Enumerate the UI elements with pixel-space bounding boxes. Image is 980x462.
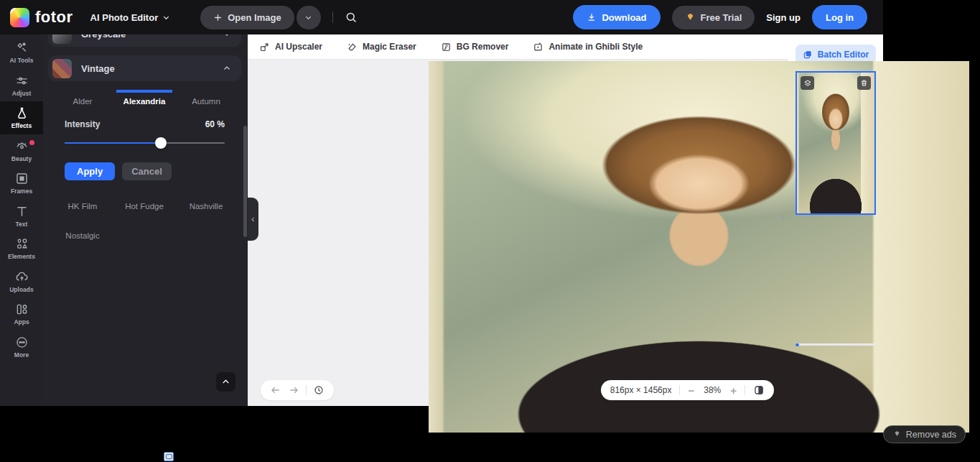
vintage-thumbnail — [52, 59, 72, 78]
zoom-in-button[interactable]: + — [730, 384, 737, 397]
sidebar-item-label: Elements — [8, 253, 35, 260]
magic-eraser-button[interactable]: Magic Eraser — [347, 42, 416, 52]
open-image-menu-button[interactable] — [297, 6, 321, 29]
effects-panel: Greyscale Vintage Alder ☆ — [43, 34, 248, 406]
ai-upscaler-button[interactable]: AI Upscaler — [259, 42, 322, 52]
eye-icon — [14, 139, 29, 154]
toolbar-item-label: AI Upscaler — [275, 42, 322, 52]
sidebar-item-label: AI Tools — [10, 57, 34, 64]
sidebar-item-label: Effects — [11, 122, 32, 129]
topbar: fotor AI Photo Editor Open Image — [0, 0, 883, 34]
sidebar-item-apps[interactable]: Apps — [0, 297, 43, 331]
sidebar-item-adjust[interactable]: Adjust — [0, 69, 43, 102]
fotor-logo-icon[interactable] — [10, 8, 29, 27]
brand-name: fotor — [35, 8, 73, 27]
chevron-up-icon — [221, 377, 230, 387]
chevron-down-icon — [162, 14, 170, 22]
effect-group-greyscale[interactable]: Greyscale — [48, 34, 241, 47]
gem-icon — [892, 430, 902, 439]
remove-ads-label: Remove ads — [906, 430, 956, 440]
thumbnail-image — [797, 73, 874, 213]
scroll-to-top-button[interactable] — [216, 372, 235, 392]
compare-button[interactable] — [753, 384, 765, 396]
shapes-icon — [14, 236, 29, 251]
sign-up-link[interactable]: Sign up — [766, 12, 801, 23]
cloud-upload-icon — [14, 269, 29, 285]
free-trial-label: Free Trial — [701, 12, 742, 23]
sidebar-item-more[interactable]: More — [0, 331, 43, 364]
sidebar-item-label: Frames — [11, 188, 32, 195]
filter-grid-row1: Alder ☆ Alexandria Autumn — [43, 81, 248, 106]
apply-button[interactable]: Apply — [65, 162, 115, 180]
text-icon — [14, 204, 29, 219]
zoom-out-button[interactable]: − — [688, 384, 694, 397]
layers-icon — [803, 50, 813, 60]
history-button[interactable] — [313, 384, 325, 396]
expand-panel-handle[interactable] — [778, 212, 786, 223]
sidebar-item-elements[interactable]: Elements — [0, 232, 43, 265]
intensity-slider-thumb[interactable] — [155, 137, 167, 149]
filter-label: Nashville — [190, 202, 223, 211]
adchoices-icon[interactable] — [164, 452, 174, 461]
sidebar-item-frames[interactable]: Frames — [0, 167, 43, 200]
frame-icon — [14, 171, 29, 186]
intensity-slider[interactable] — [65, 137, 225, 149]
open-image-button[interactable]: Open Image — [200, 6, 294, 29]
effect-group-label: Vintage — [81, 63, 115, 74]
pill-divider — [306, 385, 307, 395]
filter-label: Hot Fudge — [125, 202, 164, 211]
app-menu-dropdown[interactable]: AI Photo Editor — [90, 12, 171, 23]
log-in-label: Log in — [826, 12, 854, 23]
download-label: Download — [602, 12, 646, 23]
animate-ghibli-button[interactable]: Animate in Ghibli Style — [533, 42, 643, 52]
bg-remover-button[interactable]: BG Remover — [441, 42, 509, 52]
apply-cancel-row: Apply Cancel — [65, 162, 248, 180]
sidebar-item-ai-tools[interactable]: AI Tools — [0, 36, 43, 69]
bg-remover-icon — [441, 42, 452, 52]
sidebar-item-label: Adjust — [12, 90, 31, 97]
effect-group-vintage[interactable]: Vintage — [48, 55, 241, 81]
sidebar-item-beauty[interactable]: Beauty — [0, 134, 43, 167]
arrow-left-icon — [270, 384, 281, 396]
compare-icon — [753, 384, 765, 396]
filter-item-hot-fudge[interactable]: Hot Fudge — [118, 196, 171, 211]
sidebar-item-uploads[interactable]: Uploads — [0, 265, 43, 298]
collapse-panel-handle[interactable] — [248, 198, 258, 241]
sliders-icon — [14, 73, 29, 88]
delete-image-button[interactable] — [857, 76, 871, 90]
cancel-button[interactable]: Cancel — [122, 162, 172, 180]
redo-button[interactable] — [288, 384, 299, 396]
undo-button[interactable] — [270, 384, 281, 396]
filter-label: Autumn — [192, 97, 220, 106]
sidebar-item-label: Text — [16, 221, 28, 228]
pill-divider — [745, 385, 745, 395]
layers-button[interactable] — [801, 76, 814, 90]
filter-item-hk-film[interactable]: HK Film — [56, 196, 109, 211]
gem-icon — [685, 12, 696, 23]
search-button[interactable] — [345, 11, 358, 24]
panel-scrollbar[interactable] — [243, 126, 247, 237]
edited-photo[interactable] — [429, 61, 969, 433]
free-trial-button[interactable]: Free Trial — [672, 6, 755, 29]
sidebar-item-label: Uploads — [9, 286, 34, 293]
filter-item-alder[interactable]: Alder — [56, 91, 109, 106]
filter-grid-row3: Nostalgic — [43, 211, 248, 240]
intensity-label: Intensity — [65, 119, 100, 129]
sidebar-item-label: Apps — [14, 318, 29, 325]
batch-image-thumbnail[interactable] — [795, 71, 876, 215]
sidebar-item-effects[interactable]: Effects — [0, 101, 43, 134]
topbar-divider — [332, 11, 333, 23]
chevron-up-icon — [223, 64, 231, 73]
filter-item-autumn[interactable]: Autumn — [179, 91, 233, 106]
log-in-button[interactable]: Log in — [812, 5, 867, 29]
remove-ads-button[interactable]: Remove ads — [883, 425, 966, 443]
download-button[interactable]: Download — [573, 5, 660, 29]
batch-progress-fill — [795, 343, 799, 346]
filter-item-nashville[interactable]: Nashville — [179, 196, 233, 211]
filter-item-alexandria[interactable]: ☆ Alexandria — [118, 91, 171, 106]
sidebar-item-text[interactable]: Text — [0, 200, 43, 233]
history-clock-icon — [313, 384, 325, 396]
filter-item-nostalgic[interactable]: Nostalgic — [56, 226, 109, 240]
intensity-row: Intensity 60 % — [65, 119, 225, 129]
canvas-toolbar: AI Upscaler Magic Eraser BG Remover — [248, 34, 788, 60]
